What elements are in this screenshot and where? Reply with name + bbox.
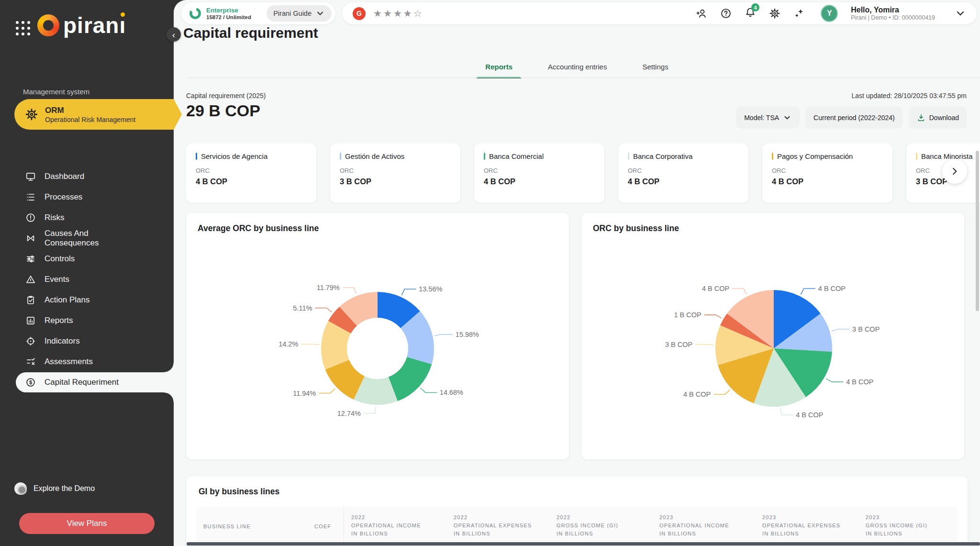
- sidebar-item-capital-requeriment[interactable]: $Capital Requeriment: [16, 372, 174, 392]
- tab-reports[interactable]: Reports: [479, 59, 518, 78]
- kpi-card-label: ORC: [196, 167, 307, 174]
- sidebar-item-dashboard[interactable]: Dashboard: [16, 167, 174, 187]
- pie-label: 4 B COP: [818, 285, 846, 292]
- period-selector[interactable]: Current period (2022-2024): [806, 107, 902, 128]
- pie-label: 5.11%: [293, 304, 312, 312]
- demo-target-icon: [14, 482, 27, 495]
- sidebar-collapse-button[interactable]: ‹: [167, 27, 181, 42]
- pie-label-leader: [713, 390, 730, 394]
- plan-progress-icon: [189, 7, 201, 20]
- risks-icon: [25, 212, 36, 223]
- sidebar-item-controls[interactable]: Controls: [16, 249, 174, 269]
- sidebar: piranı Management system ORM Operational…: [0, 0, 174, 546]
- sidebar-item-causes-and-consequences[interactable]: Causes And Consequences: [16, 228, 174, 248]
- plan-pill: Enterprise 15872 / Unlimited Pirani Guid…: [181, 2, 335, 24]
- kpi-card[interactable]: Banca Comercial ORC 4 B COP: [474, 144, 604, 203]
- processes-icon: [25, 192, 36, 202]
- gi-table-card: GI by business lines BUSINESS LINECOEF20…: [186, 476, 968, 546]
- table-column-header: COEF: [314, 523, 331, 531]
- cards-next-button[interactable]: [942, 159, 967, 184]
- sidebar-item-label: Reports: [45, 316, 73, 325]
- rating-stars[interactable]: ★★★★☆: [373, 8, 423, 19]
- indicators-icon: [25, 336, 36, 346]
- user-menu-chevron-icon[interactable]: [955, 8, 966, 19]
- kpi-card[interactable]: Servicios de Agencia ORC 4 B COP: [186, 144, 316, 203]
- pie-label-leader: [421, 388, 437, 393]
- user-meta: Pirani | Demo • ID: 0000000419: [851, 14, 935, 21]
- sidebar-item-processes[interactable]: Processes: [16, 187, 174, 207]
- topbar-pill: G ★★★★☆ 4 Y: [342, 2, 977, 24]
- sidebar-item-risks[interactable]: Risks: [16, 208, 174, 228]
- pie-label-leader: [401, 289, 416, 295]
- help-icon[interactable]: [720, 8, 732, 19]
- settings-gear-icon[interactable]: [769, 8, 780, 19]
- module-selector-orm[interactable]: ORM Operational Risk Management: [14, 99, 174, 130]
- pirani-logo-text: piranı: [63, 14, 126, 36]
- pie-label-leader: [695, 345, 713, 345]
- plan-usage: 15872 / Unlimited: [206, 14, 251, 20]
- last-updated: Last updated: 28/10/2025 03:47:55 pm: [851, 92, 967, 100]
- model-label: Model: TSA: [744, 114, 779, 122]
- dashboard-icon: [25, 171, 36, 182]
- star-outline-icon: ☆: [413, 8, 423, 19]
- main-content: Enterprise 15872 / Unlimited Pirani Guid…: [174, 0, 980, 546]
- summary-value: 29 B COP: [186, 101, 260, 120]
- kpi-card-value: 4 B COP: [772, 177, 883, 186]
- view-plans-button[interactable]: View Plans: [19, 513, 155, 534]
- summary-label: Capital requirement (2025): [186, 92, 266, 100]
- table-column-header: BUSINESS LINE: [203, 523, 251, 531]
- management-system-label: Management system: [23, 88, 89, 96]
- chevron-right-icon: [949, 166, 960, 177]
- table-header: BUSINESS LINECOEF2022OPERATIONAL INCOMEI…: [196, 507, 958, 544]
- star-filled-icon: ★: [393, 8, 403, 19]
- pie-label: 4 B COP: [683, 390, 711, 398]
- pie-label: 14.68%: [440, 389, 463, 396]
- horizontal-scrollbar[interactable]: [187, 542, 980, 546]
- pirani-guide-dropdown[interactable]: Pirani Guide: [267, 5, 332, 22]
- kpi-card[interactable]: Gestión de Activos ORC 3 B COP: [330, 144, 460, 203]
- apps-grid-icon[interactable]: [16, 21, 31, 36]
- business-line-color-bar: [772, 153, 773, 160]
- chevron-down-icon: [315, 9, 325, 18]
- sidebar-item-label: Dashboard: [45, 172, 84, 181]
- sidebar-item-indicators[interactable]: Indicators: [16, 331, 174, 351]
- explore-demo-button[interactable]: Explore the Demo: [14, 482, 95, 495]
- avatar[interactable]: Y: [821, 5, 838, 22]
- vertical-scrollbar[interactable]: [976, 151, 979, 311]
- pie-label: 3 B COP: [852, 325, 880, 333]
- star-filled-icon: ★: [383, 8, 393, 19]
- pie-label: 12.74%: [337, 410, 361, 417]
- kpi-card-label: ORC: [772, 167, 883, 174]
- pie-label-leader: [315, 308, 332, 312]
- kpi-card-label: ORC: [484, 167, 595, 174]
- table-title: GI by business lines: [199, 487, 279, 497]
- sparkles-icon[interactable]: [793, 8, 805, 19]
- sidebar-item-label: Action Plans: [45, 295, 90, 305]
- pie-label: 15.98%: [456, 331, 479, 338]
- star-filled-icon: ★: [373, 8, 383, 19]
- tab-accounting-entries[interactable]: Accounting entries: [542, 59, 612, 78]
- model-dropdown[interactable]: Model: TSA: [736, 107, 799, 128]
- table-column-header: 2022GROSS INCOME (GI)IN BILLIONS: [557, 513, 655, 538]
- sidebar-item-action-plans[interactable]: Action Plans: [16, 290, 174, 310]
- controls-icon: [25, 254, 36, 264]
- business-line-color-bar: [340, 153, 341, 160]
- sidebar-item-reports[interactable]: Reports: [16, 311, 174, 331]
- explore-demo-label: Explore the Demo: [33, 484, 95, 493]
- sidebar-item-assessments[interactable]: Assessments: [16, 352, 174, 372]
- kpi-card-title: Pagos y Compensación: [777, 152, 853, 160]
- add-user-icon[interactable]: [696, 8, 707, 19]
- download-button[interactable]: Download: [909, 107, 967, 128]
- business-line-color-bar: [628, 153, 629, 160]
- tabs: ReportsAccounting entriesSettings: [174, 59, 980, 78]
- sidebar-item-events[interactable]: Events: [16, 269, 174, 290]
- kpi-card-title: Gestión de Activos: [345, 152, 404, 160]
- tab-settings[interactable]: Settings: [636, 59, 674, 78]
- pie-label-leader: [732, 289, 746, 295]
- avg-orc-donut-chart: 13.56%15.98%14.68%12.74%11.94%14.2%5.11%…: [186, 213, 569, 459]
- kpi-card[interactable]: Pagos y Compensación ORC 4 B COP: [762, 144, 892, 203]
- kpi-card[interactable]: Banca Corporativa ORC 4 B COP: [618, 144, 748, 203]
- kpi-card-label: ORC: [340, 167, 451, 174]
- pie-label-leader: [801, 289, 815, 295]
- orc-chart-card: ORC by business line 4 B COP3 B COP4 B C…: [581, 213, 964, 459]
